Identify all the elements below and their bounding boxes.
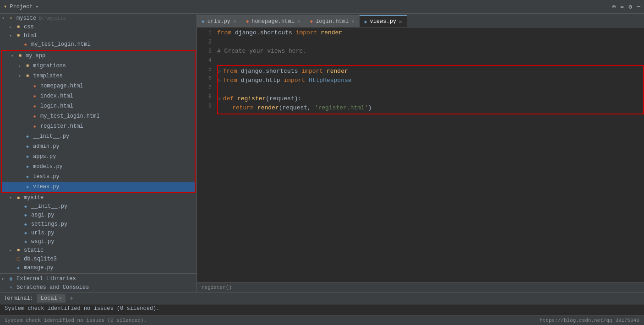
- tree-item-tests-py[interactable]: ◆ tests.py: [2, 172, 195, 182]
- tree-label: External Libraries: [16, 276, 76, 282]
- tab-close-icon[interactable]: ✕: [233, 18, 236, 24]
- tree-label: static: [24, 247, 44, 254]
- tree-item-register-html[interactable]: ◈ register.html: [2, 121, 195, 131]
- tree-item-login-html[interactable]: ◈ login.html: [2, 101, 195, 111]
- tree-item-asgi-py[interactable]: ◆ asgi.py: [0, 211, 196, 220]
- tab-label: views.py: [370, 18, 396, 25]
- arrow-icon: [11, 53, 16, 59]
- arrow-icon: [18, 73, 24, 79]
- tree-item-index-html[interactable]: ◈ index.html: [2, 91, 195, 101]
- editor-status-bar: register(): [197, 282, 644, 292]
- tree-item-scratches[interactable]: ✎ Scratches and Consoles: [0, 283, 196, 292]
- py-file-icon: ◆: [15, 265, 22, 271]
- tree-item-mysite-sub[interactable]: ■ mysite: [0, 194, 196, 202]
- tree-label: templates: [33, 73, 63, 79]
- title-bar-icons: ⊕ ⇔ ⚙ —: [612, 3, 640, 11]
- db-file-icon: ⬡: [15, 256, 22, 262]
- tree-label: views.py: [33, 184, 60, 190]
- py-file-icon: ◆: [24, 133, 31, 140]
- tab-label: homepage.html: [251, 18, 295, 25]
- expand-icon[interactable]: ⇔: [621, 3, 624, 11]
- tree-label: settings.py: [31, 221, 67, 228]
- path-label: D:\mysite: [39, 16, 66, 21]
- py-file-icon: ◆: [24, 163, 31, 170]
- tree-item-settings-py[interactable]: ◆ settings.py: [0, 220, 196, 228]
- tree-item-init-py[interactable]: ◆ __init__.py: [2, 131, 195, 141]
- code-content[interactable]: from django.shortcuts import render # Cr…: [215, 27, 644, 282]
- code-line-2: [217, 38, 644, 47]
- settings-icon[interactable]: ⚙: [628, 3, 632, 11]
- terminal-status-text: System check identified no issues (0 sil…: [5, 305, 159, 312]
- library-icon: ▦: [7, 276, 15, 282]
- tree-item-my-app[interactable]: ■ my_app: [2, 51, 195, 61]
- folder-icon: ■: [24, 63, 31, 69]
- tree-label: __init__.py: [33, 133, 69, 140]
- app-status-bar: System check identified no issues (0 sil…: [0, 315, 644, 325]
- html-file-icon: ◈: [31, 113, 38, 119]
- tree-label: html: [24, 32, 37, 39]
- tab-close-icon[interactable]: ✕: [399, 19, 402, 25]
- tree-item-my-test-login-html[interactable]: ◈ my_test_login.html: [2, 111, 195, 121]
- sidebar-separator: [0, 273, 196, 274]
- tab-homepage-html[interactable]: ◈ homepage.html ✕: [241, 15, 306, 27]
- tree-label: my_test_login.html: [40, 113, 100, 119]
- tab-urls-py[interactable]: ◆ urls.py ✕: [197, 15, 241, 27]
- html-file-icon: ◈: [22, 41, 29, 48]
- tree-item-mysite-root[interactable]: ▾ mysite D:\mysite: [0, 14, 196, 22]
- tree-item-models-py[interactable]: ◆ models.py: [2, 162, 195, 172]
- tree-item-templates[interactable]: ■ templates: [2, 71, 195, 81]
- tree-item-mysite-init[interactable]: ◆ __init__.py: [0, 202, 196, 211]
- terminal-label: Terminal:: [4, 295, 33, 302]
- tree-item-static[interactable]: ■ static: [0, 246, 196, 255]
- tree-item-db-sqlite3[interactable]: ⬡ db.sqlite3: [0, 255, 196, 264]
- tree-label: css: [24, 24, 34, 30]
- editor-status-text: register(): [202, 285, 232, 290]
- tab-close-icon[interactable]: ✕: [351, 18, 355, 24]
- terminal-content: System check identified no issues (0 sil…: [0, 304, 644, 315]
- py-file-icon: ◆: [24, 173, 31, 180]
- arrow-icon: [9, 248, 15, 253]
- terminal-local-tab[interactable]: Local ✕: [37, 294, 66, 303]
- py-tab-icon: ◆: [202, 18, 205, 24]
- tree-item-urls-py[interactable]: ◆ urls.py: [0, 228, 196, 237]
- folder-icon: ■: [15, 24, 22, 30]
- tree-item-views-py[interactable]: ◆ views.py: [2, 182, 195, 192]
- code-line-6: ▷ from django.http import HttpResponse: [218, 76, 643, 85]
- tree-item-css[interactable]: ■ css: [0, 22, 196, 31]
- tree-item-my-test-login[interactable]: ◈ my_test_login.html: [0, 40, 196, 49]
- tree-label: manage.py: [24, 265, 54, 271]
- tree-item-homepage-html[interactable]: ◈ homepage.html: [2, 81, 195, 91]
- highlighted-code-block: ▷ from django.shortcuts import render ▷ …: [217, 65, 644, 114]
- minimize-icon[interactable]: —: [637, 3, 640, 11]
- tree-label: login.html: [40, 103, 73, 109]
- line-numbers: 1 2 3 4 5 6 7 8 9: [197, 27, 215, 282]
- py-file-icon: ◆: [22, 230, 29, 236]
- tree-item-html-folder[interactable]: ■ html: [0, 31, 196, 40]
- tree-item-external-libraries[interactable]: ▦ External Libraries: [0, 275, 196, 283]
- tree-item-migrations[interactable]: ■ migrations: [2, 61, 195, 71]
- tree-label: Scratches and Consoles: [16, 284, 89, 291]
- terminal-add-icon[interactable]: +: [69, 295, 73, 302]
- tree-item-admin-py[interactable]: ◆ admin.py: [2, 141, 195, 152]
- tree-item-apps-py[interactable]: ◆ apps.py: [2, 152, 195, 162]
- html-file-icon: ◈: [31, 103, 38, 109]
- folder-icon: ▾: [7, 15, 15, 22]
- sidebar: ▾ mysite D:\mysite ■ css ■ html ◈ my_tes…: [0, 14, 197, 292]
- tab-close-icon[interactable]: ✕: [297, 18, 300, 24]
- html-tab-icon: ◈: [246, 18, 249, 24]
- tab-login-html[interactable]: ◈ login.html ✕: [306, 15, 360, 27]
- py-file-icon: ◆: [24, 153, 31, 160]
- tree-label: models.py: [33, 163, 63, 170]
- py-file-icon: ◆: [22, 212, 29, 218]
- project-folder-icon: ▾: [4, 3, 7, 10]
- globe-icon[interactable]: ⊕: [612, 3, 616, 11]
- title-label: Project: [10, 4, 33, 10]
- tree-item-wsgi-py[interactable]: ◆ wsgi.py: [0, 237, 196, 246]
- py-file-icon: ◆: [22, 203, 29, 210]
- terminal-tab-close-icon[interactable]: ✕: [59, 295, 62, 301]
- status-bar-left: System check identified no issues (0 sil…: [5, 318, 147, 323]
- tab-views-py[interactable]: ◆ views.py ✕: [360, 15, 407, 27]
- code-line-3: # Create your views here.: [217, 47, 644, 56]
- editor-tab-bar: ◆ urls.py ✕ ◈ homepage.html ✕ ◈ login.ht…: [197, 14, 644, 27]
- tree-item-manage-py[interactable]: ◆ manage.py: [0, 264, 196, 272]
